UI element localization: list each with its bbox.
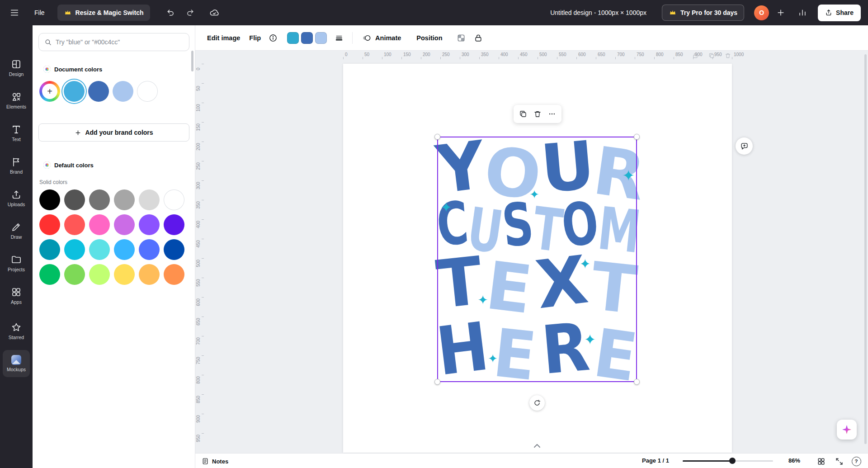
flip-button[interactable]: Flip	[245, 30, 265, 46]
help-button[interactable]: ?	[850, 455, 862, 467]
document-color-swatch[interactable]	[88, 81, 109, 102]
panel-scrollbar[interactable]	[191, 51, 193, 71]
share-button[interactable]: Share	[818, 5, 861, 21]
grid-view-icon[interactable]	[815, 455, 827, 467]
add-member-icon[interactable]	[774, 5, 788, 20]
more-options-icon[interactable]	[545, 107, 559, 121]
undo-icon[interactable]	[164, 5, 178, 20]
sidebar-item-starred[interactable]: Starred	[0, 317, 33, 345]
position-button[interactable]: Position	[412, 30, 447, 46]
sidebar-item-brand[interactable]: Brand	[0, 152, 33, 179]
lock-page-icon[interactable]	[692, 52, 698, 59]
ruler-left-label: 500	[196, 260, 201, 268]
account-avatar[interactable]: O	[754, 5, 769, 20]
default-color-swatch[interactable]	[64, 264, 85, 285]
default-color-swatch[interactable]	[39, 189, 60, 210]
canvas-area[interactable]: 0501001502002503003504004505005506006507…	[195, 51, 868, 453]
add-comment-button[interactable]	[736, 137, 753, 155]
line-style-icon[interactable]	[331, 30, 347, 46]
document-color-swatch[interactable]	[137, 81, 158, 102]
duplicate-icon[interactable]	[516, 107, 530, 121]
default-color-swatch[interactable]	[89, 189, 110, 210]
cloud-save-status-icon[interactable]	[207, 5, 222, 20]
document-color-swatch[interactable]	[113, 81, 133, 102]
default-color-swatch[interactable]	[114, 214, 135, 235]
fullscreen-icon[interactable]	[833, 455, 845, 467]
default-color-swatch[interactable]	[64, 239, 85, 260]
sidebar-item-uploads[interactable]: Uploads	[0, 184, 33, 212]
edit-image-button[interactable]: Edit image	[203, 30, 245, 46]
sidebar-item-label: Text	[12, 137, 20, 142]
redo-icon[interactable]	[183, 5, 197, 20]
default-color-swatch[interactable]	[64, 214, 85, 235]
resize-handle-nw[interactable]	[434, 134, 440, 140]
delete-icon[interactable]	[531, 107, 544, 121]
color-search-input[interactable]	[56, 38, 184, 46]
try-pro-button[interactable]: Try Pro for 30 days	[662, 5, 744, 21]
design-title[interactable]: Untitled design - 1000px × 1000px	[550, 9, 646, 16]
sidebar-item-apps[interactable]: Apps	[0, 282, 33, 309]
rotate-handle[interactable]	[529, 395, 545, 411]
sidebar-item-projects[interactable]: Projects	[0, 250, 33, 277]
resize-handle-se[interactable]	[634, 379, 640, 385]
bottom-bar: Notes Page 1 / 1 86% ?	[195, 453, 868, 468]
add-document-color-button[interactable]: +	[39, 81, 60, 102]
default-color-swatch[interactable]	[139, 264, 160, 285]
default-color-swatch[interactable]	[114, 264, 135, 285]
default-color-swatch[interactable]	[114, 239, 135, 260]
page-indicator[interactable]: Page 1 / 1	[633, 457, 678, 464]
resize-handle-sw[interactable]	[434, 379, 440, 385]
default-color-swatch[interactable]	[139, 214, 160, 235]
default-color-swatch[interactable]	[164, 264, 184, 285]
zoom-slider-thumb[interactable]	[729, 458, 736, 464]
sidebar-item-label: Mockups	[7, 367, 26, 372]
document-color-swatch[interactable]	[64, 81, 85, 102]
notes-button[interactable]: Notes	[202, 456, 228, 467]
sidebar-item-mockups[interactable]: Mockups	[3, 350, 30, 377]
insights-chart-icon[interactable]	[795, 5, 810, 20]
default-color-swatch[interactable]	[139, 239, 160, 260]
default-color-swatch[interactable]	[39, 239, 60, 260]
design-artwork[interactable]: YOURCUSTOMTEXTHERE✦✦✦✦✦✦✦	[437, 137, 637, 382]
toolbar-color-chip[interactable]	[301, 32, 313, 44]
sidebar-item-design[interactable]: Design	[0, 54, 33, 81]
add-brand-colors-button[interactable]: Add your brand colors	[38, 123, 189, 142]
sidebar-item-text[interactable]: Text	[0, 119, 33, 147]
collapse-chevron-icon[interactable]	[530, 442, 544, 449]
sidebar-item-draw[interactable]: Draw	[0, 217, 33, 244]
default-color-swatch[interactable]	[39, 264, 60, 285]
default-color-swatch[interactable]	[39, 214, 60, 235]
default-color-swatch[interactable]	[89, 264, 110, 285]
ruler-top-label: 0	[345, 52, 348, 57]
default-color-swatch[interactable]	[114, 189, 135, 210]
toolbar-color-chip[interactable]	[287, 32, 299, 44]
info-icon[interactable]	[265, 30, 281, 46]
resize-magic-switch-button[interactable]: Resize & Magic Switch	[57, 5, 150, 21]
default-color-swatch[interactable]	[139, 189, 160, 210]
default-color-swatch[interactable]	[64, 189, 85, 210]
notes-label: Notes	[212, 458, 228, 465]
toolbar-color-chip[interactable]	[315, 32, 327, 44]
default-color-swatch[interactable]	[164, 239, 184, 260]
crown-icon	[64, 9, 72, 17]
delete-page-icon[interactable]	[725, 52, 731, 59]
default-color-swatch[interactable]	[164, 189, 184, 210]
animate-icon	[363, 33, 372, 43]
default-color-swatch[interactable]	[164, 214, 184, 235]
zoom-slider[interactable]	[683, 456, 773, 465]
resize-handle-ne[interactable]	[634, 134, 640, 140]
duplicate-page-icon[interactable]	[708, 52, 715, 59]
hamburger-menu-icon[interactable]	[6, 5, 23, 21]
canvas-scrollbar[interactable]	[864, 54, 867, 444]
file-menu-button[interactable]: File	[30, 5, 49, 20]
transparency-icon[interactable]	[453, 30, 469, 46]
default-color-swatch[interactable]	[89, 214, 110, 235]
zoom-level[interactable]: 86%	[783, 457, 806, 464]
color-search-box[interactable]	[38, 33, 189, 51]
sidebar-item-label: Apps	[11, 299, 22, 305]
sidebar-item-elements[interactable]: Elements	[0, 87, 33, 114]
lock-icon[interactable]	[471, 30, 486, 46]
default-color-swatch[interactable]	[89, 239, 110, 260]
animate-button[interactable]: Animate	[358, 30, 406, 46]
canva-assistant-button[interactable]	[837, 420, 857, 440]
